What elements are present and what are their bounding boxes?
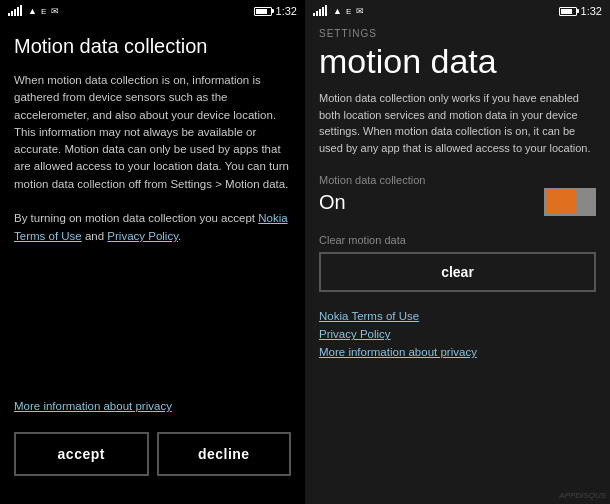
- toggle-row: On: [319, 188, 596, 216]
- status-bar-right-panel: ▲ E ✉ 1:32: [305, 0, 610, 22]
- more-privacy-link[interactable]: More information about privacy: [14, 400, 291, 412]
- right-nokia-terms-link[interactable]: Nokia Terms of Use: [319, 310, 596, 322]
- status-bar-left: ▲ E ✉ 1:32: [0, 0, 305, 22]
- privacy-policy-link[interactable]: Privacy Policy: [107, 230, 178, 242]
- toggle-value: On: [319, 191, 346, 214]
- right-battery-icon: [559, 7, 577, 16]
- left-content: Motion data collection When motion data …: [0, 22, 305, 504]
- page-title: Motion data collection: [14, 34, 291, 58]
- data-icon: E: [41, 7, 46, 16]
- right-privacy-policy-link[interactable]: Privacy Policy: [319, 328, 596, 340]
- signal-icon: [8, 6, 22, 16]
- right-status-icons: ▲ E ✉: [313, 6, 364, 16]
- clear-section: Clear motion data clear: [319, 234, 596, 292]
- right-signal-icon: [313, 6, 327, 16]
- right-time-display: 1:32: [581, 5, 602, 17]
- right-links: Nokia Terms of Use Privacy Policy More i…: [319, 310, 596, 358]
- right-content: Motion data collection only works if you…: [305, 90, 610, 504]
- right-more-privacy-link[interactable]: More information about privacy: [319, 346, 596, 358]
- right-panel: ▲ E ✉ 1:32 SETTINGS motion data Motion d…: [305, 0, 610, 504]
- clear-button[interactable]: clear: [319, 252, 596, 292]
- decline-button[interactable]: decline: [157, 432, 292, 476]
- clear-label: Clear motion data: [319, 234, 596, 246]
- accept-button[interactable]: accept: [14, 432, 149, 476]
- battery-icon: [254, 7, 272, 16]
- toggle-label: Motion data collection: [319, 174, 596, 186]
- right-envelope-icon: ✉: [356, 6, 364, 16]
- motion-data-title: motion data: [305, 39, 610, 90]
- toggle-section: Motion data collection On: [319, 174, 596, 220]
- toggle-on-portion: [546, 190, 575, 214]
- right-wifi-icon: ▲: [333, 6, 342, 16]
- status-bar-left-icons: ▲ E ✉: [8, 6, 59, 16]
- toggle-switch[interactable]: [544, 188, 596, 216]
- toggle-thumb: [575, 190, 594, 214]
- terms-prefix: By turning on motion data collection you…: [14, 212, 258, 224]
- description-text: When motion data collection is on, infor…: [14, 72, 291, 193]
- right-description: Motion data collection only works if you…: [319, 90, 596, 156]
- right-data-icon: E: [346, 7, 351, 16]
- time-display: 1:32: [276, 5, 297, 17]
- terms-line: By turning on motion data collection you…: [14, 209, 291, 246]
- envelope-icon: ✉: [51, 6, 59, 16]
- left-panel: ▲ E ✉ 1:32 Motion data collection When m…: [0, 0, 305, 504]
- status-bar-right: 1:32: [254, 5, 297, 17]
- right-status-bar-right: 1:32: [559, 5, 602, 17]
- settings-label: SETTINGS: [305, 22, 610, 39]
- wifi-icon: ▲: [28, 6, 37, 16]
- terms-middle: and: [82, 230, 108, 242]
- watermark: APPDISQUS: [559, 491, 606, 500]
- bottom-buttons: accept decline: [14, 432, 291, 492]
- terms-suffix: .: [178, 230, 181, 242]
